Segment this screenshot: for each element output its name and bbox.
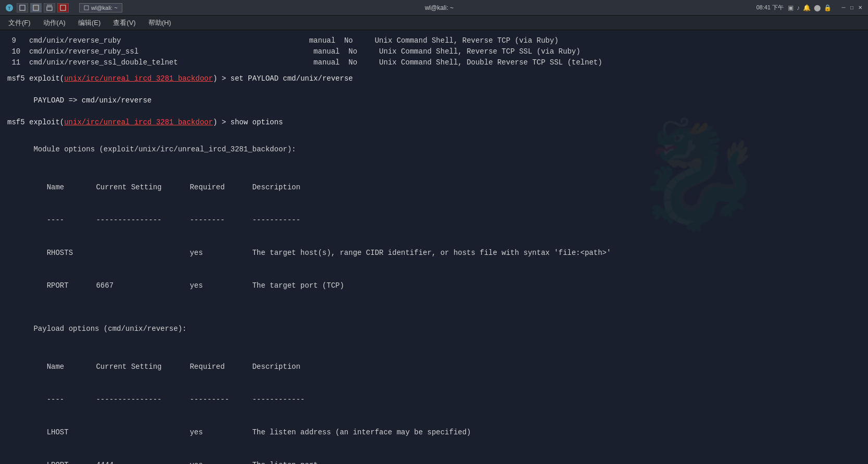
module-col-required: Required bbox=[190, 182, 252, 193]
payload-col-required: Required bbox=[190, 362, 252, 372]
notify-icon: 🔔 bbox=[803, 4, 811, 11]
monitor-icon: ▣ bbox=[788, 4, 794, 11]
show-options-prefix: msf5 exploit( bbox=[7, 117, 64, 128]
titlebar-left: T wl@kali: ~ bbox=[4, 3, 122, 13]
settings-icon: ⬤ bbox=[814, 4, 821, 11]
menu-action[interactable]: 动作(A) bbox=[41, 17, 68, 29]
set-payload-module: unix/irc/unreal_ircd_3281_backdoor bbox=[64, 73, 213, 84]
terminal-tab-label: wl@kali: ~ bbox=[91, 5, 118, 11]
window-title: wl@kali: ~ bbox=[425, 4, 454, 11]
module-table-row-rport: RPORT6667yesThe target port (TCP) bbox=[7, 269, 861, 302]
payload-table-sep: ---------------------------------------- bbox=[7, 383, 861, 416]
svg-rect-4 bbox=[47, 7, 52, 10]
tb-btn-4[interactable] bbox=[57, 3, 69, 12]
menu-file[interactable]: 文件(F) bbox=[6, 17, 33, 29]
module-col-setting: Current Setting bbox=[96, 182, 190, 193]
tb-btn-3[interactable] bbox=[44, 3, 55, 12]
payload-col-name: Name bbox=[33, 362, 96, 372]
close-button[interactable]: ✕ bbox=[857, 4, 864, 11]
lock-icon: 🔒 bbox=[824, 4, 832, 11]
show-options-module: unix/irc/unreal_ircd_3281_backdoor bbox=[64, 117, 213, 128]
module-options-header: Module options (exploit/unix/irc/unreal_… bbox=[7, 133, 861, 166]
set-payload-prompt: msf5 exploit(unix/irc/unreal_ircd_3281_b… bbox=[7, 73, 861, 84]
menu-help[interactable]: 帮助(H) bbox=[146, 17, 173, 29]
titlebar-right: 08:41 下午 ▣ ♪ 🔔 ⬤ 🔒 ─ □ ✕ bbox=[756, 4, 864, 11]
terminal-content: 9 cmd/unix/reverse_ruby manual No Unix C… bbox=[7, 35, 861, 464]
svg-rect-6 bbox=[60, 5, 66, 10]
clock: 08:41 下午 bbox=[756, 4, 784, 11]
menubar: 文件(F) 动作(A) 编辑(E) 查看(V) 帮助(H) bbox=[0, 16, 868, 30]
payload-table-row-lport: LPORT4444yesThe listen port bbox=[7, 449, 861, 464]
set-payload-suffix: ) > set PAYLOAD cmd/unix/reverse bbox=[213, 73, 353, 84]
module-table-sep: -------------------------------------- bbox=[7, 204, 861, 237]
window-controls[interactable]: ─ □ ✕ bbox=[840, 4, 864, 11]
module-table-header: NameCurrent SettingRequiredDescription bbox=[7, 171, 861, 204]
menu-edit[interactable]: 编辑(E) bbox=[76, 17, 103, 29]
payload-table-row-lhost: LHOSTyesThe listen address (an interface… bbox=[7, 416, 861, 449]
volume-icon: ♪ bbox=[797, 4, 800, 11]
show-options-prompt: msf5 exploit(unix/irc/unreal_ircd_3281_b… bbox=[7, 117, 861, 128]
system-icons: ▣ ♪ 🔔 ⬤ 🔒 bbox=[788, 4, 832, 11]
titlebar: T wl@kali: ~ wl@kali: ~ 08:41 下午 ▣ ♪ 🔔 ⬤ bbox=[0, 0, 868, 16]
maximize-button[interactable]: □ bbox=[848, 4, 856, 11]
set-payload-prefix: msf5 exploit( bbox=[7, 73, 64, 84]
payload-col-desc: Description bbox=[252, 363, 300, 371]
svg-rect-7 bbox=[84, 6, 89, 10]
payload-col-setting: Current Setting bbox=[96, 362, 190, 372]
svg-rect-3 bbox=[33, 5, 39, 10]
minimize-button[interactable]: ─ bbox=[840, 4, 847, 11]
module-table-row-rhosts: RHOSTSyesThe target host(s), range CIDR … bbox=[7, 237, 861, 269]
payload-list-line-1: 9 cmd/unix/reverse_ruby manual No Unix C… bbox=[7, 35, 861, 46]
payload-list-line-2: 10 cmd/unix/reverse_ruby_ssl manual No U… bbox=[7, 46, 861, 57]
tb-btn-1[interactable] bbox=[17, 3, 28, 12]
svg-text:T: T bbox=[8, 6, 11, 11]
menu-view[interactable]: 查看(V) bbox=[111, 17, 137, 29]
payload-options-header: Payload options (cmd/unix/reverse): bbox=[7, 313, 861, 345]
terminal[interactable]: 🐉 9 cmd/unix/reverse_ruby manual No Unix… bbox=[0, 30, 868, 464]
show-options-suffix: ) > show options bbox=[213, 117, 283, 128]
payload-result: PAYLOAD => cmd/unix/reverse bbox=[7, 84, 861, 117]
svg-rect-2 bbox=[20, 5, 25, 10]
payload-list-line-3: 11 cmd/unix/reverse_ssl_double_telnet ma… bbox=[7, 57, 861, 68]
payload-table-header: NameCurrent SettingRequiredDescription bbox=[7, 351, 861, 383]
module-col-name: Name bbox=[33, 182, 96, 193]
module-col-desc: Description bbox=[252, 183, 300, 191]
app-icon: T bbox=[4, 3, 15, 13]
tb-terminal-tab[interactable]: wl@kali: ~ bbox=[79, 3, 122, 12]
tb-btn-2[interactable] bbox=[30, 3, 42, 12]
